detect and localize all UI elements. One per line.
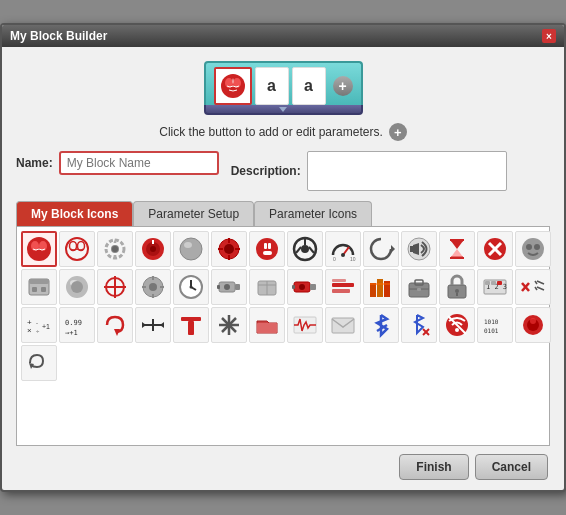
icon-horn[interactable] [401,231,437,267]
icon-circular-arrow[interactable] [363,231,399,267]
icon-gauge[interactable]: 010 [325,231,361,267]
svg-point-79 [299,284,305,290]
icon-check-x[interactable] [515,269,551,305]
icon-asterisk[interactable] [211,307,247,343]
svg-line-104 [537,287,544,290]
icon-gear-gray2[interactable] [135,269,171,305]
icon-brain-red[interactable] [21,231,57,267]
icon-red-bars[interactable] [325,269,361,305]
svg-rect-52 [29,279,49,284]
icon-no-wifi[interactable] [439,307,475,343]
svg-rect-53 [32,287,37,292]
svg-rect-24 [235,248,240,250]
icon-briefcase[interactable] [401,269,437,305]
play-triangle [279,107,287,112]
hint-row: Click the button to add or edit paramete… [16,123,550,141]
icon-double-loop[interactable] [21,345,57,381]
block-slot-a2[interactable]: a [292,67,326,105]
block-add-param-button[interactable]: + [333,76,353,96]
icon-steering-wheel[interactable] [287,231,323,267]
block-visual: a a + [204,61,363,115]
svg-rect-23 [218,248,223,250]
icon-gray-box[interactable] [249,269,285,305]
svg-rect-72 [235,284,240,290]
svg-text:-: - [36,320,38,326]
icon-socket[interactable] [249,231,285,267]
svg-line-103 [535,287,537,290]
finish-button[interactable]: Finish [399,454,468,480]
icon-letter-t[interactable] [173,307,209,343]
svg-rect-77 [310,284,316,290]
svg-marker-38 [391,245,395,253]
block-top: a a + [204,61,363,105]
svg-marker-114 [142,322,146,328]
icon-ecg[interactable] [287,307,323,343]
icon-loop[interactable] [97,307,133,343]
svg-point-20 [224,244,234,254]
svg-point-14 [150,246,156,252]
form-row: Name: Description: [16,151,550,191]
icon-clock[interactable] [173,269,209,305]
svg-rect-84 [377,279,383,297]
icon-bluetooth[interactable] [363,307,399,343]
icon-lock[interactable] [439,269,475,305]
icon-flame[interactable] [363,269,399,305]
icon-envelope[interactable] [325,307,361,343]
icon-red-circle[interactable] [515,307,551,343]
tab-my-block-icons[interactable]: My Block Icons [16,201,133,226]
svg-text:×: × [27,326,32,335]
svg-rect-97 [491,281,496,285]
description-textarea[interactable] [307,151,507,191]
svg-point-48 [522,238,544,260]
svg-line-33 [309,247,314,253]
block-slot-a1[interactable]: a [255,67,289,105]
icon-gray-sphere[interactable] [173,231,209,267]
svg-rect-90 [417,288,421,291]
icon-motor[interactable] [211,269,247,305]
svg-text:→+1: →+1 [65,329,78,337]
icon-binary[interactable]: 10100101 [477,307,513,343]
tab-parameter-icons[interactable]: Parameter Icons [254,201,372,226]
cancel-button[interactable]: Cancel [475,454,548,480]
svg-point-17 [184,242,192,248]
svg-rect-78 [292,285,295,289]
close-button[interactable]: × [542,29,556,43]
svg-text:÷: ÷ [36,328,40,334]
add-edit-params-button[interactable]: + [389,123,407,141]
icon-red-x-circle[interactable] [477,231,513,267]
tab-parameter-setup[interactable]: Parameter Setup [133,201,254,226]
icon-brain-outline[interactable] [59,231,95,267]
svg-rect-96 [485,281,490,285]
icon-horiz-arrows[interactable] [135,307,171,343]
svg-rect-40 [410,246,414,252]
icon-red-gear-large[interactable] [211,231,247,267]
icon-robot-face[interactable] [515,231,551,267]
svg-text:10: 10 [350,256,356,262]
svg-line-32 [296,247,301,253]
icon-gray-block[interactable] [21,269,57,305]
svg-rect-118 [188,321,194,335]
icon-motor-red[interactable] [287,269,323,305]
name-input[interactable] [59,151,219,175]
window-title: My Block Builder [10,29,107,43]
icon-red-knob[interactable] [135,231,171,267]
icon-crosshair-red[interactable] [97,269,133,305]
block-slot-icon[interactable] [214,67,252,105]
footer-row: Finish Cancel [16,454,550,480]
svg-text:0.99: 0.99 [65,319,82,327]
icon-hourglass[interactable] [439,231,475,267]
svg-point-62 [149,283,157,291]
icon-sphere-gray2[interactable] [59,269,95,305]
description-group: Description: [231,151,550,191]
icon-folder[interactable] [249,307,285,343]
block-preview-area: a a + [16,61,550,115]
svg-rect-21 [228,238,230,243]
icon-bluetooth-x[interactable] [401,307,437,343]
icon-gear-gray[interactable] [97,231,133,267]
svg-rect-28 [263,251,272,255]
icon-decimal[interactable]: 0.99→+1 [59,307,95,343]
my-block-builder-window: My Block Builder × [0,23,566,492]
icon-123-display[interactable]: 1 2 3 [477,269,513,305]
svg-rect-123 [257,323,277,333]
icon-math[interactable]: +×-÷+1 [21,307,57,343]
